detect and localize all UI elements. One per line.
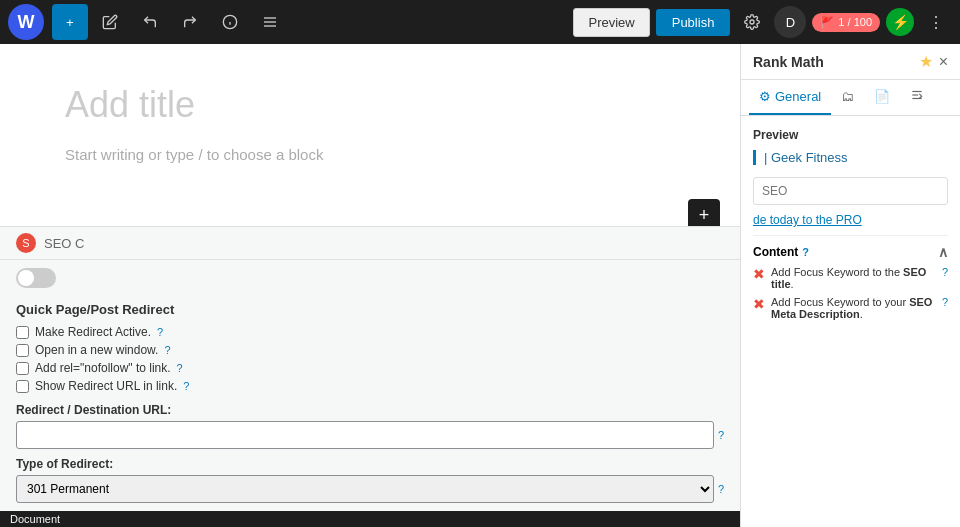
rm-error-2: ✖ Add Focus Keyword to your SEO Meta Des… [753,296,948,320]
open-new-window-checkbox[interactable] [16,344,29,357]
editor-inner: Add title Start writing or type / to cho… [45,44,695,226]
rm-content-help-icon[interactable]: ? [802,246,809,258]
bolt-icon: ⚡ [892,14,909,30]
editor-scroll: Add title Start writing or type / to cho… [0,44,740,226]
show-url-row: Show Redirect URL in link. ? [16,379,724,393]
error-1-text: Add Focus Keyword to the SEO title. [771,266,936,290]
main-toolbar: W + Preview Publish D 🚩 1 / 100 ⚡ ⋮ [0,0,960,44]
rm-star-icon[interactable]: ★ [919,52,933,71]
make-active-checkbox[interactable] [16,326,29,339]
open-new-window-row: Open in a new window. ? [16,343,724,357]
add-block-button[interactable]: + [52,4,88,40]
tab-general[interactable]: ⚙ General [749,80,831,115]
general-tab-label: General [775,89,821,104]
tab-schema[interactable]: 📄 [864,80,900,115]
seo-score-badge[interactable]: 🚩 1 / 100 [812,13,880,32]
score-value: 1 / 100 [838,16,872,28]
left-panel: Add title Start writing or type / to cho… [0,44,740,527]
tab-social[interactable]: 🗂 [831,80,864,115]
redirect-type-select[interactable]: 301 Permanent [16,475,714,503]
redo-button[interactable] [172,4,208,40]
rm-title: Rank Math [753,54,824,70]
nofollow-label: Add rel="nofollow" to link. [35,361,171,375]
error-2-text: Add Focus Keyword to your SEO Meta Descr… [771,296,936,320]
open-new-window-help[interactable]: ? [164,344,170,356]
redirect-url-input[interactable] [16,421,714,449]
redirect-toggle[interactable] [16,268,56,288]
plugin-panel: Quick Page/Post Redirect Make Redirect A… [0,259,740,511]
undo-button[interactable] [132,4,168,40]
rm-preview-section-label: Preview [753,128,948,142]
seo-strip: S SEO C [0,226,740,259]
editor-body-placeholder[interactable]: Start writing or type / to choose a bloc… [65,146,675,163]
error-2-icon: ✖ [753,296,765,312]
rm-seo-input-row [753,177,948,205]
wp-logo[interactable]: W [8,4,44,40]
social-tab-icon: 🗂 [841,89,854,104]
nofollow-row: Add rel="nofollow" to link. ? [16,361,724,375]
quick-redirect-section: Quick Page/Post Redirect Make Redirect A… [16,302,724,503]
seo-strip-label: SEO C [44,236,84,251]
error-1-icon: ✖ [753,266,765,282]
boost-button[interactable]: ⚡ [886,8,914,36]
svg-point-6 [750,20,754,24]
rm-pro-link[interactable]: de today to the PRO [753,213,948,227]
rm-close-button[interactable]: × [939,53,948,71]
score-flag: 🚩 [820,16,834,29]
show-url-help[interactable]: ? [183,380,189,392]
make-active-label: Make Redirect Active. [35,325,151,339]
rm-seo-input[interactable] [753,177,948,205]
info-button[interactable] [212,4,248,40]
quick-redirect-title: Quick Page/Post Redirect [16,302,724,317]
make-active-help[interactable]: ? [157,326,163,338]
post-title[interactable]: Add title [65,84,675,126]
rankmath-sidebar: Rank Math ★ × ⚙ General 🗂 📄 [740,44,960,527]
edit-button[interactable] [92,4,128,40]
show-url-checkbox[interactable] [16,380,29,393]
rm-site-name: | Geek Fitness [764,150,948,165]
nofollow-help[interactable]: ? [177,362,183,374]
more-options-button[interactable]: ⋮ [920,6,952,38]
general-tab-icon: ⚙ [759,89,771,104]
main-content: Add title Start writing or type / to cho… [0,44,960,527]
rm-body: Preview | Geek Fitness de today to the P… [741,116,960,527]
publish-button[interactable]: Publish [656,9,731,36]
schema-tab-icon: 📄 [874,89,890,104]
advanced-tab-icon [910,88,924,105]
redirect-type-help[interactable]: ? [718,483,724,495]
nofollow-checkbox[interactable] [16,362,29,375]
rm-tabs: ⚙ General 🗂 📄 [741,80,960,116]
rm-error-1: ✖ Add Focus Keyword to the SEO title. ? [753,266,948,290]
rm-preview-site: | Geek Fitness [753,150,948,165]
document-label: Document [0,511,740,527]
url-input-row: ? [16,421,724,449]
rm-errors: ✖ Add Focus Keyword to the SEO title. ? … [753,266,948,320]
show-url-label: Show Redirect URL in link. [35,379,177,393]
make-active-row: Make Redirect Active. ? [16,325,724,339]
settings-icon[interactable] [736,6,768,38]
preview-button[interactable]: Preview [573,8,649,37]
rm-header: Rank Math ★ × [741,44,960,80]
rm-content-label: Content ? ∧ [753,244,948,260]
tab-advanced[interactable] [900,80,934,115]
float-add-block-button[interactable]: + [688,199,720,226]
rm-divider [753,235,948,236]
seo-strip-icon: S [16,233,36,253]
open-new-window-label: Open in a new window. [35,343,158,357]
url-help[interactable]: ? [718,429,724,441]
list-view-button[interactable] [252,4,288,40]
rm-header-icons: ★ × [919,52,948,71]
url-label: Redirect / Destination URL: [16,403,724,417]
error-2-help[interactable]: ? [942,296,948,308]
rm-content-text: Content [753,245,798,259]
error-1-help[interactable]: ? [942,266,948,278]
rm-expand-button[interactable]: ∧ [938,244,948,260]
user-avatar[interactable]: D [774,6,806,38]
redirect-type-label: Type of Redirect: [16,457,724,471]
